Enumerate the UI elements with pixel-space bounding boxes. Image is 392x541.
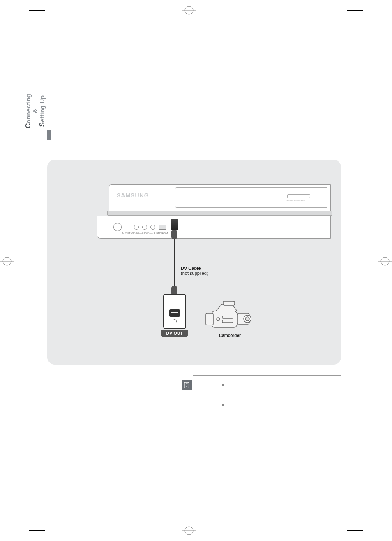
dv-out-port xyxy=(163,294,186,329)
firewire-port-icon xyxy=(169,309,180,317)
crop-mark xyxy=(45,525,45,541)
crop-mark xyxy=(376,519,392,519)
av-jack-icon xyxy=(142,225,147,230)
section-tab: Connecting & Setting Up xyxy=(25,93,45,130)
recorder-body: SAMSUNG FULL MULTI RECORDING xyxy=(109,184,331,214)
note-block xyxy=(193,375,341,390)
power-button-icon xyxy=(113,223,122,231)
av-jack-icon xyxy=(150,225,155,230)
tab-cap-2: S xyxy=(38,122,46,127)
crop-mark xyxy=(45,0,45,16)
cable-label: DV Cable (not supplied) xyxy=(181,266,208,276)
tab-cap-1: C xyxy=(24,123,32,128)
dv-out-label: DV OUT xyxy=(161,330,188,337)
crop-mark xyxy=(347,10,363,11)
registration-mark-icon xyxy=(0,254,14,268)
format-badge xyxy=(287,194,310,198)
camcorder-icon xyxy=(203,300,257,332)
registration-mark-icon xyxy=(378,254,392,268)
dvd-recorder: SAMSUNG FULL MULTI RECORDING IN OUT VIDE… xyxy=(109,184,331,240)
crop-mark xyxy=(376,22,392,22)
cable-name: DV Cable xyxy=(181,266,208,271)
format-badge-sub: FULL MULTI RECORDING xyxy=(286,199,312,202)
dv-plug-icon xyxy=(171,286,177,295)
av-jack-icon xyxy=(134,225,139,230)
registration-mark-icon xyxy=(182,524,196,538)
crop-mark xyxy=(347,525,347,541)
crop-mark xyxy=(376,519,376,535)
screw-icon xyxy=(173,319,177,323)
bullet-icon xyxy=(222,384,224,386)
front-panel: IN OUT VIDEO L — AUDIO — R DV MIC/HDMI xyxy=(97,216,331,239)
section-tab-marker xyxy=(47,130,51,140)
dv-cable xyxy=(174,239,175,286)
crop-mark xyxy=(29,530,45,531)
dv-connector-top xyxy=(171,219,178,230)
brand-logo: SAMSUNG xyxy=(117,192,149,199)
panel-label: MIC/HDMI xyxy=(157,232,169,235)
connection-diagram: SAMSUNG FULL MULTI RECORDING IN OUT VIDE… xyxy=(47,160,341,365)
tab-text-1: onnecting & xyxy=(25,94,39,123)
cable-note: (not supplied) xyxy=(181,271,208,276)
svg-rect-17 xyxy=(223,301,235,305)
recorder-footbar xyxy=(107,211,332,216)
dv-plug-icon xyxy=(171,230,177,239)
registration-mark-icon xyxy=(182,3,196,17)
bullet-icon xyxy=(222,404,224,406)
crop-mark xyxy=(347,0,347,16)
crop-mark xyxy=(0,22,16,22)
note-icon xyxy=(182,380,192,390)
tab-text-2: etting Up xyxy=(39,95,46,122)
crop-mark xyxy=(0,519,16,519)
svg-point-15 xyxy=(245,317,249,321)
svg-rect-12 xyxy=(212,311,237,327)
camcorder-label: Camcorder xyxy=(219,333,241,338)
crop-mark xyxy=(16,519,16,535)
crop-mark xyxy=(16,6,16,22)
crop-mark xyxy=(29,10,45,11)
disc-tray: FULL MULTI RECORDING xyxy=(175,187,327,208)
svg-rect-16 xyxy=(206,313,213,325)
crop-mark xyxy=(347,530,363,531)
crop-mark xyxy=(376,6,376,22)
dv-port-icon xyxy=(159,225,166,230)
